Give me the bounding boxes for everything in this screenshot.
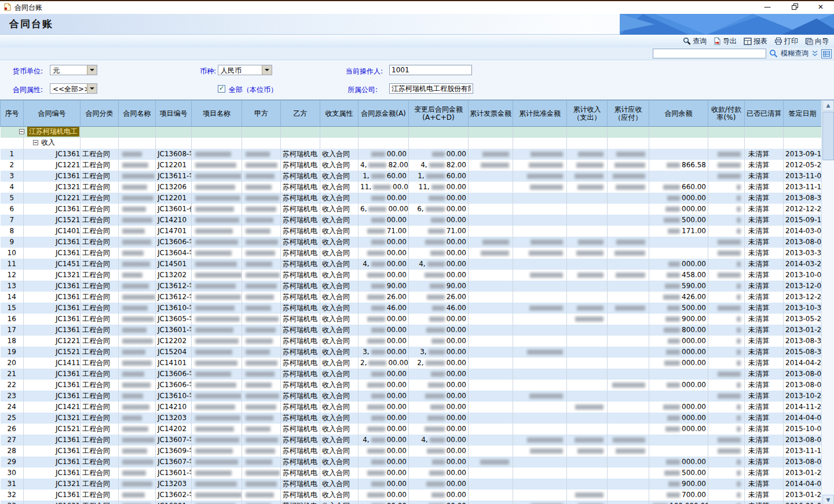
cell-project-name[interactable] bbox=[192, 468, 242, 479]
cell-settle[interactable]: 未清算 bbox=[745, 204, 784, 215]
cell-contract-no[interactable]: JC152100 bbox=[24, 424, 81, 435]
cell-cumulative[interactable] bbox=[469, 358, 513, 369]
cell-cumulative[interactable] bbox=[513, 424, 567, 435]
cell-cumulative[interactable] bbox=[608, 325, 649, 336]
cell-project-name[interactable] bbox=[192, 171, 242, 182]
group-row-income-label[interactable]: 收入 bbox=[33, 137, 55, 148]
cell-cumulative[interactable] bbox=[469, 391, 513, 402]
cell-contract-no[interactable]: JC136100 bbox=[24, 446, 81, 457]
cell-inc-exp[interactable]: 收入合同 bbox=[320, 193, 359, 204]
cell-project-no[interactable]: JC15204 bbox=[156, 347, 192, 358]
cell-balance[interactable]: 000.00 bbox=[649, 457, 708, 468]
cell[interactable] bbox=[156, 127, 192, 138]
cell[interactable] bbox=[409, 138, 469, 149]
cell[interactable] bbox=[192, 138, 242, 149]
cell-category[interactable]: 工程合同 bbox=[81, 160, 119, 171]
cell-contract-no[interactable]: JC136100 bbox=[24, 369, 81, 380]
cell-settle[interactable]: 未清算 bbox=[745, 270, 784, 281]
cell-category[interactable]: 工程合同 bbox=[81, 446, 119, 457]
cell-cumulative[interactable] bbox=[513, 182, 567, 193]
dropdown-arrow-icon[interactable] bbox=[87, 65, 97, 75]
cell-contract-no[interactable]: JC136101 bbox=[24, 391, 81, 402]
cell-balance[interactable]: 458.00 bbox=[649, 270, 708, 281]
cell-date[interactable]: 2013-08-30 bbox=[784, 336, 822, 347]
cell-project-name[interactable] bbox=[192, 314, 242, 325]
cell-cumulative[interactable] bbox=[567, 215, 608, 226]
cell-contract-name[interactable] bbox=[119, 248, 156, 259]
cell-cumulative[interactable] bbox=[469, 237, 513, 248]
cell-project-name[interactable] bbox=[192, 160, 242, 171]
cell-contract-name[interactable] bbox=[119, 325, 156, 336]
cell-contract-name[interactable] bbox=[119, 336, 156, 347]
cell-settle[interactable]: 未清算 bbox=[745, 160, 784, 171]
cell-settle[interactable]: 未清算 bbox=[745, 358, 784, 369]
cell-rate[interactable] bbox=[708, 171, 745, 182]
cell-changed-amount[interactable]: 2,00.00 bbox=[409, 358, 469, 369]
cell-settle[interactable]: 未清算 bbox=[745, 237, 784, 248]
cell-balance[interactable] bbox=[649, 248, 708, 259]
cell-settle[interactable]: 未清算 bbox=[745, 424, 784, 435]
cell-balance[interactable]: 660.00 bbox=[649, 182, 708, 193]
cell-contract-name[interactable] bbox=[119, 468, 156, 479]
table-row[interactable]: 18JC122100工程合同JC12202苏柯瑞机电收入合同00.0000.00… bbox=[1, 336, 822, 347]
table-row[interactable]: 20JC141116工程合同JC14101苏柯瑞机电收入合同2,00.002,0… bbox=[1, 358, 822, 369]
cell-cumulative[interactable] bbox=[608, 182, 649, 193]
cell-project-no[interactable]: JC13610-零 bbox=[156, 391, 192, 402]
export-button[interactable]: 导出 bbox=[711, 35, 740, 47]
cell-contract-name[interactable] bbox=[119, 501, 156, 504]
cell-contract-no[interactable]: JC136100 bbox=[24, 325, 81, 336]
cell-category[interactable]: 工程合同 bbox=[81, 314, 119, 325]
cell-project-name[interactable] bbox=[192, 424, 242, 435]
cell-cumulative[interactable] bbox=[608, 160, 649, 171]
cell-cumulative[interactable] bbox=[469, 281, 513, 292]
cell-changed-amount[interactable]: 1,60.00 bbox=[409, 171, 469, 182]
cell-settle[interactable]: 未清算 bbox=[745, 325, 784, 336]
cell-inc-exp[interactable]: 收入合同 bbox=[320, 171, 359, 182]
cell-balance[interactable]: 866.58 bbox=[649, 160, 708, 171]
cell-orig-amount[interactable]: 00.00 bbox=[359, 248, 409, 259]
cell-settle[interactable]: 未清算 bbox=[745, 457, 784, 468]
table-row[interactable]: 11JC145107工程合同JC14501苏柯瑞机电收入合同4,00.004,0… bbox=[1, 259, 822, 270]
cell-seq[interactable]: 25 bbox=[1, 413, 24, 424]
cell-rate[interactable] bbox=[708, 501, 745, 504]
cell-cumulative[interactable] bbox=[608, 292, 649, 303]
cell-seq[interactable]: 30 bbox=[1, 468, 24, 479]
cell-cumulative[interactable] bbox=[469, 248, 513, 259]
cell-settle[interactable]: 未清算 bbox=[745, 281, 784, 292]
cell-party-b[interactable]: 苏柯瑞机电 bbox=[281, 259, 320, 270]
cell-category[interactable]: 工程合同 bbox=[81, 226, 119, 237]
cell-party-b[interactable]: 苏柯瑞机电 bbox=[281, 490, 320, 501]
cell-cumulative[interactable] bbox=[513, 259, 567, 270]
cell[interactable] bbox=[156, 138, 192, 149]
cell-inc-exp[interactable]: 收入合同 bbox=[320, 347, 359, 358]
cell-orig-amount[interactable]: 3,00.00 bbox=[359, 347, 409, 358]
cell-project-no[interactable]: JC13601-零 bbox=[156, 468, 192, 479]
column-header[interactable]: 签定日期 bbox=[784, 101, 822, 127]
cell-party-b[interactable]: 苏柯瑞机电 bbox=[281, 479, 320, 490]
cell-balance[interactable]: 000.00 bbox=[649, 336, 708, 347]
cell-category[interactable]: 工程合同 bbox=[81, 347, 119, 358]
cell-contract-no[interactable]: JC136115 bbox=[24, 281, 81, 292]
cell-party-a[interactable] bbox=[242, 391, 281, 402]
cell-cumulative[interactable] bbox=[469, 468, 513, 479]
cell-project-name[interactable] bbox=[192, 391, 242, 402]
cell-date[interactable]: 2013-05-20 bbox=[784, 314, 822, 325]
cell-project-no[interactable]: JC14501 bbox=[156, 259, 192, 270]
cell-balance[interactable] bbox=[649, 369, 708, 380]
scrollbar-thumb[interactable] bbox=[822, 112, 834, 160]
cell-contract-name[interactable] bbox=[119, 193, 156, 204]
cell-project-name[interactable] bbox=[192, 259, 242, 270]
table-row[interactable]: 15JC136100工程合同JC13610-零苏柯瑞机电收入合同46.0046.… bbox=[1, 303, 822, 314]
cell-party-a[interactable] bbox=[242, 479, 281, 490]
cell-inc-exp[interactable]: 收入合同 bbox=[320, 182, 359, 193]
cell-seq[interactable]: 21 bbox=[1, 369, 24, 380]
cell-party-b[interactable]: 苏柯瑞机电 bbox=[281, 314, 320, 325]
cell-settle[interactable]: 未清算 bbox=[745, 413, 784, 424]
cell-party-a[interactable] bbox=[242, 248, 281, 259]
cell[interactable] bbox=[1, 138, 24, 149]
cell-cumulative[interactable] bbox=[567, 182, 608, 193]
cell-party-a[interactable] bbox=[242, 435, 281, 446]
cell-contract-no[interactable]: JC136114 bbox=[24, 248, 81, 259]
cell[interactable] bbox=[192, 127, 242, 138]
cell[interactable] bbox=[567, 127, 608, 138]
